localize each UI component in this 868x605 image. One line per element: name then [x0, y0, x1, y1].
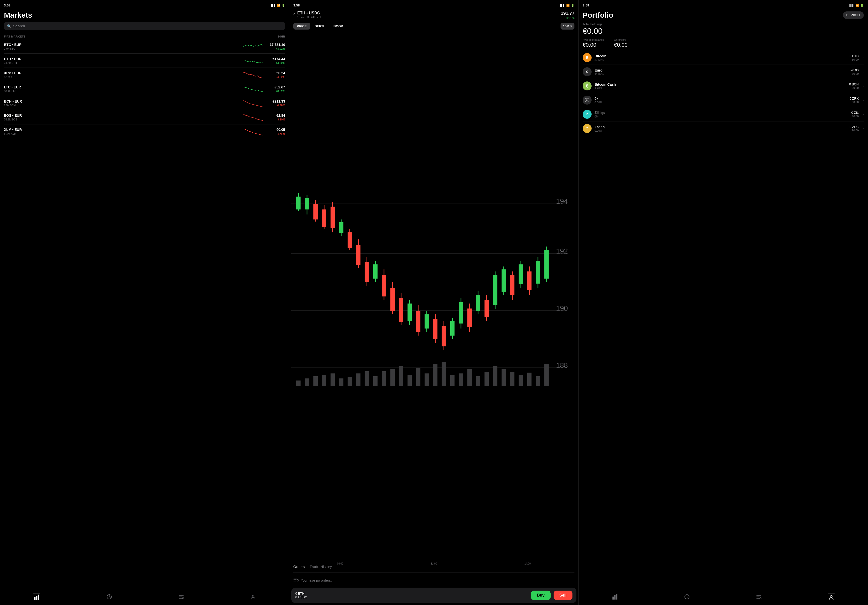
holding-crypto-bch: 0 BCH: [849, 82, 859, 86]
svg-rect-1: [36, 596, 37, 600]
chart-eos: [243, 113, 263, 122]
svg-rect-24: [322, 209, 326, 227]
tab-depth[interactable]: DEPTH: [311, 23, 329, 29]
status-time-chart: 3:58: [293, 3, 300, 7]
buy-button[interactable]: Buy: [531, 591, 550, 600]
market-item-btc[interactable]: BTC • EUR 2.0k BTC €7,731.10 +3.22%: [4, 39, 285, 54]
sell-button[interactable]: Sell: [553, 591, 572, 600]
no-orders-icon: [293, 577, 299, 583]
holding-pct-zec: 0.00%: [595, 129, 846, 132]
price-value-btc: €7,731.10: [265, 43, 285, 47]
holding-name-zec: Zcash: [595, 125, 846, 129]
coin-icon-bch: ₿: [583, 81, 592, 90]
holding-info-zrx: 0x 0.00%: [595, 97, 846, 104]
holding-item-bch[interactable]: ₿ Bitcoin Cash 1.40% 0 BCH €0.00 ›: [583, 79, 864, 93]
price-change-bch: -0.48%: [265, 104, 285, 107]
deposit-button[interactable]: DEPOSIT: [843, 11, 864, 19]
svg-rect-26: [330, 206, 335, 228]
on-orders-value: €0.00: [614, 42, 628, 48]
svg-rect-103: [519, 375, 523, 386]
chart-eth: [243, 56, 263, 65]
nav-markets-orders[interactable]: [178, 594, 184, 600]
search-bar[interactable]: 🔍 Search: [4, 22, 285, 30]
back-button[interactable]: ‹: [293, 11, 295, 17]
holding-pct-zil: 0%: [595, 115, 848, 118]
svg-point-120: [830, 596, 832, 597]
svg-rect-112: [612, 597, 614, 600]
coin-icon-zrx: [583, 96, 592, 105]
on-orders-label: On orders: [614, 38, 628, 41]
svg-rect-95: [450, 375, 454, 386]
market-pair-xrp: XRP • EUR: [4, 71, 242, 75]
holding-item-zec[interactable]: Z Zcash 0.00% 0 ZEC €0.00 ›: [583, 121, 864, 135]
market-list: BTC • EUR 2.0k BTC €7,731.10 +3.22% ETH …: [0, 39, 289, 591]
svg-rect-80: [322, 375, 326, 386]
status-bar-portfolio: 3:59 ▐▌▌ 📶 🔋: [579, 0, 868, 9]
holding-name-bch: Bitcoin Cash: [595, 82, 846, 87]
search-icon: 🔍: [7, 24, 11, 28]
market-item-eth[interactable]: ETH • EUR 34.4k ETH €174.44 +3.69%: [4, 54, 285, 68]
holding-eur-btc: €0.00: [849, 58, 859, 61]
markets-panel: 3:58 ▐▌▌ 📶 🔋 Markets 🔍 Search FIAT MARKE…: [0, 0, 289, 605]
price-change-xlm: -3.78%: [265, 132, 285, 135]
svg-rect-70: [519, 264, 523, 284]
nav-portfolio-history[interactable]: [684, 594, 690, 600]
holding-info-zec: Zcash 0.00%: [595, 125, 846, 132]
svg-rect-66: [502, 269, 506, 292]
balance-row: Available balance €0.00 On orders €0.00: [583, 38, 864, 48]
trade-usdc-amount: 0 USDC: [295, 595, 528, 599]
no-orders-message: You have no orders.: [293, 575, 574, 586]
market-pair-xlm: XLM • EUR: [4, 128, 242, 132]
signal-icon-chart: ▐▌▌: [559, 4, 565, 7]
tab-book[interactable]: BOOK: [330, 23, 347, 29]
svg-text:194: 194: [556, 197, 568, 205]
chevron-icon-zec: ›: [863, 126, 864, 130]
svg-rect-60: [476, 295, 480, 311]
svg-rect-86: [373, 376, 378, 386]
holding-pct-bch: 1.40%: [595, 87, 846, 90]
nav-portfolio-chart[interactable]: [612, 594, 618, 600]
market-item-ltc[interactable]: LTC • EUR 30.4k LTC €52.67 +0.02%: [4, 82, 285, 96]
holding-item-eur[interactable]: € Euro 11.02% €0.00 €0.00 ›: [583, 65, 864, 79]
holding-name-btc: Bitcoin: [595, 54, 846, 58]
svg-rect-82: [339, 379, 343, 386]
svg-rect-91: [416, 368, 420, 386]
svg-rect-92: [425, 373, 429, 386]
market-vol-btc: 2.0k BTC: [4, 47, 242, 50]
chevron-icon-eur: ›: [863, 70, 864, 74]
market-item-xlm[interactable]: XLM • EUR 6.3M XLM €0.05 -3.78%: [4, 124, 285, 138]
svg-rect-74: [536, 261, 540, 284]
market-price-eos: €2.84 -3.10%: [265, 113, 285, 121]
market-item-eos[interactable]: EOS • EUR 76.9k EOS €2.84 -3.10%: [4, 110, 285, 124]
holding-item-zrx[interactable]: 0x 0.00% 0 ZRX €0.00 ›: [583, 93, 864, 107]
nav-markets-history[interactable]: [107, 594, 112, 600]
nav-markets-chart[interactable]: [33, 594, 40, 600]
tab-price[interactable]: PRICE: [293, 23, 310, 29]
available-value: €0.00: [583, 42, 604, 48]
chart-svg: 194 192 190 188: [291, 32, 577, 561]
holding-item-btc[interactable]: ₿ Bitcoin 87.58% 0 BTC €0.00 ›: [583, 51, 864, 65]
holding-eur-zrx: €0.00: [849, 101, 859, 104]
market-info-eos: EOS • EUR 76.9k EOS: [4, 113, 242, 121]
svg-rect-90: [408, 375, 412, 386]
market-item-xrp[interactable]: XRP • EUR 5.1M XRP €0.24 -4.52%: [4, 68, 285, 82]
holding-pct-eur: 11.02%: [595, 73, 848, 76]
market-item-bch[interactable]: BCH • EUR 2.5k BCH €211.33 -0.48%: [4, 96, 285, 110]
nav-portfolio-orders[interactable]: [756, 594, 761, 600]
price-value-bch: €211.33: [265, 99, 285, 103]
market-price-ltc: €52.67 +0.02%: [265, 85, 285, 93]
nav-markets-account[interactable]: [250, 594, 256, 600]
svg-rect-56: [459, 302, 463, 323]
svg-rect-96: [459, 373, 463, 386]
nav-portfolio-account[interactable]: [828, 594, 835, 600]
holding-item-zil[interactable]: Z Zilliqa 0% 0 ZIL €0.00 ›: [583, 107, 864, 121]
chart-ltc: [243, 84, 263, 93]
battery-icon: 🔋: [282, 4, 285, 7]
svg-rect-105: [536, 376, 540, 386]
svg-rect-100: [493, 366, 497, 386]
timeframe-selector[interactable]: 15M ▾: [561, 23, 574, 29]
market-info-bch: BCH • EUR 2.5k BCH: [4, 99, 242, 107]
svg-rect-76: [544, 250, 549, 279]
holding-eur-bch: €0.00: [849, 87, 859, 89]
market-pair-eos: EOS • EUR: [4, 113, 242, 118]
